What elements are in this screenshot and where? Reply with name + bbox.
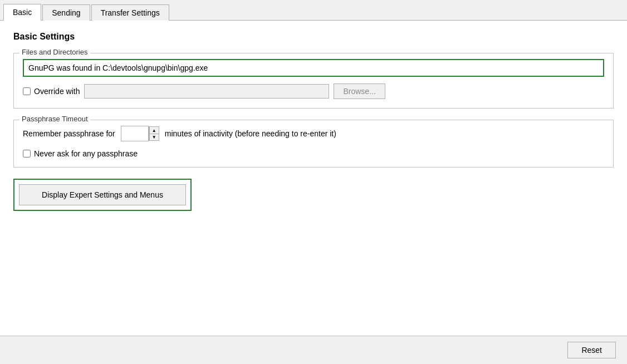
never-ask-checkbox[interactable] <box>23 150 31 158</box>
tab-transfer[interactable]: Transfer Settings <box>91 4 169 21</box>
passphrase-description: minutes of inactivity (before needing to… <box>165 129 336 138</box>
override-label-text: Override with <box>34 87 80 96</box>
passphrase-row: Remember passphrase for 10 ▲ ▼ minutes o… <box>23 126 604 141</box>
never-ask-label-text: Never ask for any passphrase <box>34 149 138 158</box>
remember-label: Remember passphrase for <box>23 129 115 138</box>
tab-basic[interactable]: Basic <box>3 4 41 21</box>
browse-button[interactable]: Browse... <box>334 83 385 99</box>
override-checkbox[interactable] <box>23 87 31 95</box>
page-title: Basic Settings <box>13 32 614 42</box>
spinner-up-button[interactable]: ▲ <box>149 126 159 134</box>
reset-button[interactable]: Reset <box>567 342 616 358</box>
files-directories-label: Files and Directories <box>19 48 90 56</box>
expert-settings-button[interactable]: Display Expert Settings and Menus <box>19 184 186 205</box>
expert-button-container: Display Expert Settings and Menus <box>13 179 192 211</box>
spinner-wrapper: 10 ▲ ▼ <box>121 126 159 141</box>
override-input[interactable] <box>84 84 329 99</box>
spinner-down-button[interactable]: ▼ <box>149 134 159 141</box>
never-ask-row: Never ask for any passphrase <box>23 149 604 158</box>
files-directories-group: Files and Directories GnuPG was found in… <box>13 53 614 109</box>
gnupg-path-display: GnuPG was found in C:\devtools\gnupg\bin… <box>23 59 604 77</box>
never-ask-checkbox-label[interactable]: Never ask for any passphrase <box>23 149 138 158</box>
passphrase-group-label: Passphrase Timeout <box>19 115 90 123</box>
override-row: Override with Browse... <box>23 83 604 99</box>
content-area: Basic Settings Files and Directories Gnu… <box>0 21 627 336</box>
app-container: Basic Sending Transfer Settings Basic Se… <box>0 0 627 364</box>
bottom-bar: Reset <box>0 336 627 364</box>
override-checkbox-label[interactable]: Override with <box>23 87 80 96</box>
spinner-buttons: ▲ ▼ <box>149 126 159 141</box>
passphrase-timeout-input[interactable]: 10 <box>121 126 149 141</box>
passphrase-group: Passphrase Timeout Remember passphrase f… <box>13 120 614 168</box>
tab-bar: Basic Sending Transfer Settings <box>0 0 627 21</box>
tab-sending[interactable]: Sending <box>42 4 90 21</box>
